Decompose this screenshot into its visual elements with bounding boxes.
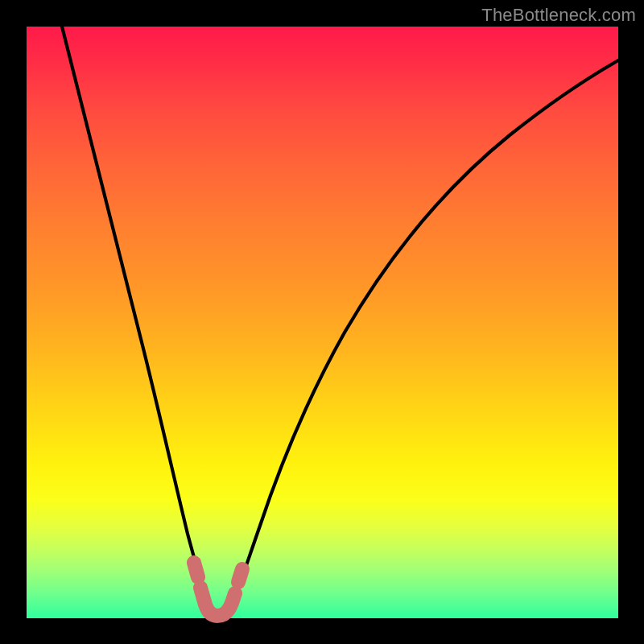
highlight-range [194,563,242,616]
chart-svg [27,27,618,618]
bottleneck-curve [62,27,618,615]
watermark-text: TheBottleneck.com [481,5,636,26]
chart-frame: TheBottleneck.com [0,0,644,644]
